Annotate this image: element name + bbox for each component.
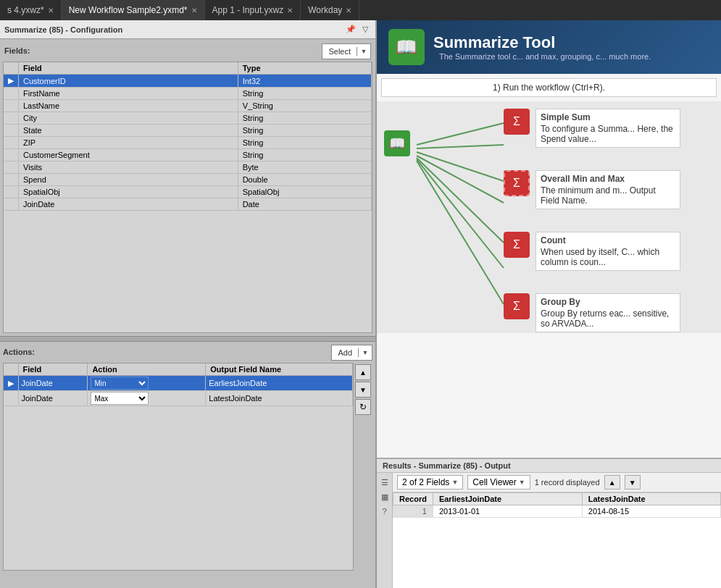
fields-row[interactable]: SpatialObj SpatialObj <box>4 186 372 198</box>
fields-row[interactable]: LastName V_String <box>4 100 372 112</box>
fields-row-indicator <box>4 198 19 211</box>
action-select[interactable]: Min Max Sum Count Group By <box>91 377 149 390</box>
actions-row-action[interactable]: Min Max Sum Count Group By <box>88 376 206 391</box>
actions-table: Field Action Output Field Name ▶ JoinDat… <box>4 364 353 406</box>
fields-row-type: String <box>238 112 371 125</box>
tab-2-label: New Workflow Sample2.yxmd* <box>69 5 188 15</box>
panel-divider[interactable] <box>0 336 375 342</box>
fields-row-field: FirstName <box>19 88 238 100</box>
fields-row[interactable]: CustomerSegment String <box>4 149 372 161</box>
result-col-record: Record <box>393 493 433 505</box>
config-title: Summarize (85) - Configuration <box>4 25 122 34</box>
fields-row[interactable]: JoinDate Date <box>4 198 372 211</box>
min-max-icon: Σ <box>504 170 530 196</box>
tab-1[interactable]: s 4.yxwz* ✕ <box>0 0 62 20</box>
actions-row-indicator <box>4 391 18 406</box>
tab-3-close[interactable]: ✕ <box>287 7 293 14</box>
help-header: 📖 Summarize Tool The Summarize tool c...… <box>377 20 721 74</box>
fields-row-field: ZIP <box>19 137 238 149</box>
left-panel: Summarize (85) - Configuration 📌 ▽ Field… <box>0 20 377 588</box>
results-table-wrap: Record EarliestJoinDate LatestJoinDate 1… <box>393 492 721 588</box>
svg-line-3 <box>417 156 504 203</box>
tab-1-close[interactable]: ✕ <box>48 7 54 14</box>
fields-col-indicator <box>4 62 19 75</box>
fields-row-type: String <box>238 88 371 100</box>
fields-row-indicator <box>4 125 19 137</box>
fields-row[interactable]: ▶ CustomerID Int32 <box>4 75 372 88</box>
move-down-button[interactable]: ▼ <box>355 382 371 398</box>
cell-viewer-arrow: ▼ <box>519 479 525 486</box>
results-cell-icon[interactable]: ▦ <box>378 490 391 503</box>
tab-3[interactable]: App 1 - Input.yxwz ✕ <box>205 0 301 20</box>
svg-line-5 <box>417 159 504 268</box>
fields-col-type: Type <box>238 62 371 75</box>
fields-row-type: Byte <box>238 161 371 174</box>
fields-label: Fields: <box>4 46 30 55</box>
min-max-box: Overall Min and Max The minimum and m...… <box>535 170 680 209</box>
expand-icon[interactable]: ▽ <box>359 24 371 35</box>
svg-line-4 <box>417 158 504 243</box>
actions-row[interactable]: ▶ JoinDate Min Max Sum Count Group By Ea… <box>4 376 353 391</box>
actions-table-wrap: Field Action Output Field Name ▶ JoinDat… <box>3 363 354 571</box>
record-count: 1 record displayed <box>535 478 600 487</box>
add-button[interactable]: Add ▼ <box>331 345 372 361</box>
group-by-text: Group By returns eac... sensitive, so AR… <box>541 308 675 329</box>
results-content: ☰ ▦ ? 2 of 2 Fields ▼ Cell Viewer ▼ <box>377 473 721 588</box>
fields-row-type: Date <box>238 198 371 211</box>
move-up-button[interactable]: ▲ <box>355 364 371 380</box>
fields-row[interactable]: FirstName String <box>4 88 372 100</box>
pin-icon[interactable]: 📌 <box>345 24 357 35</box>
actions-row-action[interactable]: Min Max Sum Count Group By <box>88 391 206 406</box>
fields-section: Fields: Select ▼ Field Type <box>0 39 375 336</box>
fields-row-type: Int32 <box>238 75 371 88</box>
fields-row[interactable]: Spend Double <box>4 174 372 186</box>
actions-col-field: Field <box>18 364 88 376</box>
fields-row-type: String <box>238 149 371 161</box>
results-help-icon[interactable]: ? <box>378 505 391 518</box>
cell-viewer-button[interactable]: Cell Viewer ▼ <box>467 475 530 490</box>
config-icons: 📌 ▽ <box>345 24 371 35</box>
group-by-icon: Σ <box>504 293 530 319</box>
results-row: 1 2013-01-01 2014-08-15 <box>393 505 721 518</box>
tab-2[interactable]: New Workflow Sample2.yxmd* ✕ <box>62 0 205 20</box>
nav-next-button[interactable]: ▼ <box>625 475 641 490</box>
fields-col-field: Field <box>19 62 238 75</box>
group-by-label: Group By <box>541 297 675 307</box>
fields-row[interactable]: State String <box>4 125 372 137</box>
action-select[interactable]: Min Max Sum Count Group By <box>91 392 149 405</box>
fields-row[interactable]: City String <box>4 112 372 125</box>
count-icon: Σ <box>504 232 530 258</box>
input-icon: 📖 <box>384 130 410 156</box>
nav-prev-button[interactable]: ▲ <box>604 475 620 490</box>
simple-sum-icon: Σ <box>504 109 530 135</box>
fields-row-field: CustomerID <box>19 75 238 88</box>
results-header: Results - Summarize (85) - Output <box>377 459 721 473</box>
tab-4-close[interactable]: ✕ <box>346 7 351 14</box>
help-title: Summarize Tool <box>433 33 709 52</box>
move-circle-button[interactable]: ↻ <box>355 399 371 415</box>
actions-label: Actions: <box>3 348 35 356</box>
fields-row-field: LastName <box>19 100 238 112</box>
fields-row-type: String <box>238 137 371 149</box>
min-max-label: Overall Min and Max <box>541 174 675 184</box>
tab-2-close[interactable]: ✕ <box>191 7 197 14</box>
results-table-icon[interactable]: ☰ <box>378 476 391 489</box>
fields-row-indicator <box>4 161 19 174</box>
actions-row[interactable]: JoinDate Min Max Sum Count Group By Late… <box>4 391 353 406</box>
fields-badge[interactable]: 2 of 2 Fields ▼ <box>397 475 463 490</box>
results-toolbar: 2 of 2 Fields ▼ Cell Viewer ▼ 1 record d… <box>393 473 721 492</box>
select-button[interactable]: Select ▼ <box>322 43 371 59</box>
tab-3-label: App 1 - Input.yxwz <box>212 5 284 15</box>
fields-row-type: String <box>238 125 371 137</box>
fields-row-indicator <box>4 186 19 198</box>
fields-row[interactable]: Visits Byte <box>4 161 372 174</box>
tab-1-label: s 4.yxwz* <box>7 5 44 15</box>
tab-4[interactable]: Workday ✕ <box>301 0 359 20</box>
fields-row-field: City <box>19 112 238 125</box>
count-text: When used by itself, C... which column i… <box>541 247 675 267</box>
simple-sum-text: To configure a Summa... Here, the Spend … <box>541 124 675 144</box>
results-table: Record EarliestJoinDate LatestJoinDate 1… <box>393 492 721 518</box>
main-area: Summarize (85) - Configuration 📌 ▽ Field… <box>0 20 721 588</box>
workflow-input: 📖 <box>384 130 410 156</box>
fields-row[interactable]: ZIP String <box>4 137 372 149</box>
